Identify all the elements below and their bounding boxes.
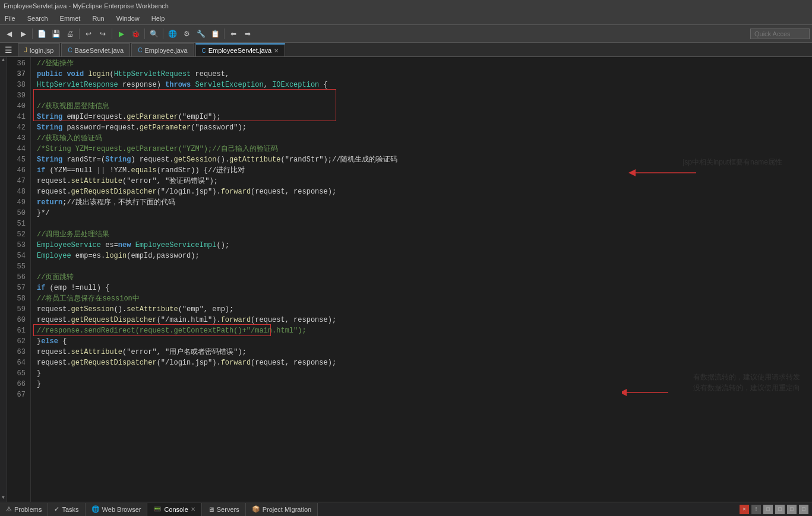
bottom-panel: ⚠ Problems ✓ Tasks 🌐 Web Browser 📟 Conso… [0, 502, 812, 516]
sidebar-toggle[interactable]: ☰ [2, 44, 14, 56]
tab-employee[interactable]: C Employee.java [131, 43, 194, 56]
toolbar-misc2[interactable]: 🔧 [194, 27, 207, 40]
code-editor[interactable]: jsp中相关input框要有name属性 有数据流转的，建议使用请求转发 没有数… [31, 57, 812, 502]
toolbar-misc3[interactable]: 📋 [208, 27, 222, 40]
tab-problems-icon: ⚠ [6, 505, 12, 513]
toolbar-open-browser[interactable]: 🌐 [166, 27, 179, 40]
toolbar-undo[interactable]: ↩ [82, 27, 95, 40]
code-line-38: HttpServletResponse response) throws Ser… [37, 80, 812, 90]
menu-search[interactable]: Search [25, 14, 50, 23]
code-line-62: }else { [37, 336, 812, 347]
tab-icon-employee: C [138, 47, 142, 53]
menu-file[interactable]: File [2, 14, 18, 23]
status-info-icon-2[interactable]: □ [775, 505, 785, 514]
line-gutter: 3637383940414243444546474849505152535455… [7, 57, 31, 502]
code-line-43: //获取输入的验证码 [37, 133, 812, 144]
quick-access-input[interactable] [750, 29, 810, 39]
toolbar-debug[interactable]: 🐞 [129, 27, 142, 40]
scroll-up[interactable]: ▲ [0, 57, 7, 64]
code-line-59: request.getSession().setAttribute("emp",… [37, 304, 812, 315]
code-line-60: request.getRequestDispatcher("/main.html… [37, 315, 812, 325]
tab-projectmigration[interactable]: 📦 Project Migration [246, 503, 318, 516]
tab-icon-login: J [24, 47, 27, 53]
code-line-64: request.getRequestDispatcher("/login.jsp… [37, 357, 812, 368]
code-line-39 [37, 90, 812, 101]
toolbar-run[interactable]: ▶ [115, 27, 128, 40]
tab-bar: ☰ J login.jsp C BaseServlet.java C Emplo… [0, 43, 812, 57]
tab-login[interactable]: J login.jsp [18, 43, 60, 56]
tab-tasks[interactable]: ✓ Tasks [48, 503, 85, 516]
toolbar: ◀ ▶ 📄 💾 🖨 ↩ ↪ ▶ 🐞 🔍 🌐 ⚙ 🔧 📋 ⬅ ➡ [0, 25, 812, 43]
status-error-icon[interactable]: ✕ [740, 505, 749, 514]
code-line-61: //response.sendRedirect(request.getConte… [37, 325, 812, 336]
menu-bar: File Search Emmet Run Window Help [0, 12, 812, 25]
code-line-36: //登陆操作 [37, 58, 812, 69]
toolbar-left[interactable]: ⬅ [227, 27, 240, 40]
title-text: EmployeeServlet.java - MyEclipse Enterpr… [4, 2, 169, 10]
menu-run[interactable]: Run [90, 14, 106, 23]
code-line-63: request.setAttribute("error", "用户名或者密码错误… [37, 347, 812, 357]
tab-servers-label: Servers [217, 506, 239, 513]
code-line-53: EmployeeService es=new EmployeeServiceIm… [37, 240, 812, 251]
status-info-icon-4[interactable]: □ [799, 505, 808, 514]
sep6 [224, 29, 225, 39]
toolbar-misc1[interactable]: ⚙ [180, 27, 193, 40]
code-line-56: //页面跳转 [37, 272, 812, 283]
tab-label-employee: Employee.java [144, 47, 187, 54]
menu-window[interactable]: Window [114, 14, 142, 23]
code-line-42: String password=request.getParameter("pa… [37, 122, 812, 133]
tab-icon-employeeservlet: C [202, 48, 206, 54]
tab-servers-icon: 🖥 [208, 506, 214, 513]
sep3 [112, 29, 112, 39]
toolbar-forward[interactable]: ▶ [17, 27, 30, 40]
tab-label-employeeservlet: EmployeeServlet.java [208, 47, 271, 54]
code-line-54: Employee emp=es.login(empId,password); [37, 251, 812, 261]
tab-projectmigration-label: Project Migration [263, 506, 312, 513]
code-line-65: } [37, 368, 812, 379]
tab-console[interactable]: 📟 Console ✕ [147, 503, 201, 516]
toolbar-new[interactable]: 📄 [35, 27, 48, 40]
tab-label-baseservlet: BaseServlet.java [75, 47, 124, 54]
code-line-57: if (emp !=null) { [37, 283, 812, 293]
status-info-icon-3[interactable]: □ [787, 505, 797, 514]
toolbar-back[interactable]: ◀ [2, 27, 15, 40]
left-scrollbar[interactable]: ▲ ▼ [0, 57, 7, 502]
toolbar-save[interactable]: 💾 [49, 27, 62, 40]
code-line-58: //将员工信息保存在session中 [37, 293, 812, 304]
tab-problems-label: Problems [14, 506, 42, 513]
menu-help[interactable]: Help [149, 14, 168, 23]
status-info-icon-1[interactable]: □ [763, 505, 773, 514]
tab-console-close[interactable]: ✕ [191, 506, 195, 512]
menu-emmet[interactable]: Emmet [58, 14, 83, 23]
title-bar: EmployeeServlet.java - MyEclipse Enterpr… [0, 0, 812, 12]
tab-icon-baseservlet: C [68, 47, 72, 53]
code-line-44: /*String YZM=request.getParameter("YZM")… [37, 144, 812, 154]
tab-servers[interactable]: 🖥 Servers [202, 503, 246, 516]
toolbar-print[interactable]: 🖨 [64, 27, 77, 40]
tab-baseservlet[interactable]: C BaseServlet.java [61, 43, 130, 56]
tab-label-login: login.jsp [30, 47, 53, 54]
sep1 [32, 29, 33, 39]
tab-webbrowser[interactable]: 🌐 Web Browser [86, 503, 148, 516]
status-warn-icon[interactable]: ! [751, 505, 761, 514]
sep2 [79, 29, 80, 39]
sep4 [144, 29, 145, 39]
code-line-40: //获取视图层登陆信息 [37, 101, 812, 112]
status-icons: ✕ ! □ □ □ □ [740, 505, 812, 514]
code-lines-container: //登陆操作 public void login(HttpServletRequ… [37, 58, 812, 400]
tab-tasks-icon: ✓ [54, 505, 59, 513]
code-line-52: //调用业务层处理结果 [37, 229, 812, 240]
tab-problems[interactable]: ⚠ Problems [0, 503, 48, 516]
tab-close-employeeservlet[interactable]: ✕ [274, 48, 279, 54]
toolbar-right[interactable]: ➡ [241, 27, 254, 40]
toolbar-search[interactable]: 🔍 [147, 27, 160, 40]
tab-employeeservlet[interactable]: C EmployeeServlet.java ✕ [195, 43, 286, 56]
code-line-55 [37, 261, 812, 272]
code-line-41: String empId=request.getParameter("empId… [37, 112, 812, 122]
toolbar-redo[interactable]: ↪ [96, 27, 109, 40]
tab-console-icon: 📟 [153, 505, 162, 513]
scroll-down[interactable]: ▼ [0, 495, 7, 502]
code-line-50: }*/ [37, 208, 812, 219]
code-line-46: if (YZM==null || !YZM.equals(randStr)) {… [37, 165, 812, 176]
tab-tasks-label: Tasks [62, 506, 78, 513]
